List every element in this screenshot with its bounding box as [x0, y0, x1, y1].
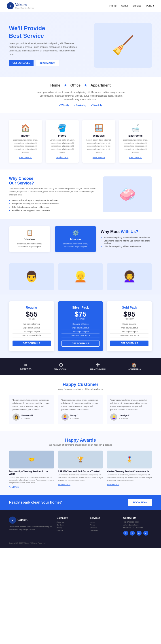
social-icon-t[interactable]: t	[130, 531, 135, 536]
plan-btn-2[interactable]: GET SCHEDULE	[110, 340, 148, 346]
footer-company: Company About UsServicesPricingContact	[56, 516, 86, 536]
nav-service[interactable]: Service	[132, 4, 142, 8]
tab-appartment[interactable]: Appartment	[90, 84, 111, 88]
nav-about[interactable]: About	[121, 4, 128, 8]
award-read-more-1[interactable]: Read More →	[58, 484, 70, 486]
social-icon-p[interactable]: p	[143, 531, 148, 536]
service-title-1: Floors	[48, 134, 76, 137]
mission-card-1: ⚙️ Mission Lorem ipsum dolor sit amet, c…	[55, 226, 96, 252]
logo[interactable]: V Vakum Clean Cleaning Service	[7, 2, 34, 10]
partner-name-1: BEXAGONAL	[54, 368, 68, 371]
social-icon-in[interactable]: in	[137, 531, 142, 536]
nav-home[interactable]: Home	[109, 4, 116, 8]
footer-company-link-3[interactable]: Contact	[56, 530, 86, 532]
plan-btn-0[interactable]: GET SCHEDULE	[12, 340, 51, 346]
plan-features-0: No home cleaningWipe down & scrubCleanin…	[12, 322, 51, 338]
testimonial-author-0: 👩 Kaneesa R. Customer	[12, 414, 51, 420]
plan-price-1: $75	[62, 310, 100, 318]
info-button[interactable]: INFORMATION	[36, 60, 59, 66]
award-title-2: Master Cleaning Service Choice Awards	[107, 470, 152, 473]
service-desc-0: Lorem ipsum dolor sit amet, consectetur …	[12, 139, 39, 154]
service-desc-1: Lorem ipsum dolor sit amet, consectetur …	[48, 139, 76, 154]
check-row: Weekly Bi-Weekly Monthly	[9, 104, 152, 106]
award-desc-1: Lorem ipsum dolor sit amet, consectetur …	[58, 474, 103, 482]
awards-grid: 🤝 Trustworthy Cleaning Services in the W…	[9, 450, 152, 488]
pricing-card-1: Silver Pack $75 Per Week Cleaning of hou…	[58, 301, 103, 351]
footer-service-link-0[interactable]: Indoor	[90, 521, 119, 523]
footer-company-link-2[interactable]: Pricing	[56, 527, 86, 529]
why-point-0: Instant online pricing – no requirement …	[9, 199, 96, 202]
awards-header: Happy Awards We has won of defending cha…	[9, 438, 152, 446]
footer-phone: +62 878 0000 0054	[123, 521, 152, 523]
tab-office[interactable]: Office	[70, 84, 80, 88]
service-desc-2: Lorem ipsum dolor sit amet, consectetur …	[85, 139, 113, 154]
logo-text: Vakum	[15, 3, 34, 7]
service-title-3: Bathrooms	[122, 134, 149, 137]
mission-right: Why Must With Us? Instant online pricing…	[100, 226, 152, 252]
author-role-2: Customer	[119, 418, 128, 420]
award-img-1: 🏆	[58, 450, 103, 468]
plan-price-2: $95	[110, 310, 148, 318]
team-card-0: 👨	[9, 263, 54, 290]
social-icon-f[interactable]: f	[123, 531, 128, 536]
read-more-1[interactable]: Read More →	[56, 156, 68, 158]
mission-point-2: Offer flat-rate pricing without hidden c…	[100, 245, 152, 248]
author-name-2: Jesslyn C.	[119, 414, 130, 417]
footer-company-link-0[interactable]: About Us	[56, 521, 86, 523]
testimonial-text-0: "Lorem ipsum dolor sit amet, consectetur…	[12, 398, 51, 412]
testimonials-section: Happy Customer Many Customers satisfied …	[0, 375, 161, 431]
tabs-section: Home ★ Office ★ Appartment Lorem ipsum d…	[0, 77, 161, 113]
award-card-1: 🏆 ASEAN Clean and Anti-Bactery Trusted L…	[58, 450, 103, 488]
read-more-3[interactable]: Read More →	[129, 156, 142, 158]
footer-service-link-1[interactable]: Floors	[90, 524, 119, 526]
pricing-card-0: Regular $55 Per Day No home cleaningWipe…	[9, 301, 54, 351]
feature-0-1: Wipe down & scrub	[12, 326, 51, 330]
partner-icon-3: 🏠	[128, 362, 141, 368]
plan-features-1: Cleaning of houseWipe down & scrubCleani…	[62, 322, 100, 338]
mission-title-0: Vission	[12, 238, 47, 241]
check-weekly: Weekly	[59, 104, 69, 106]
feature-2-3: Bathrooms and kitche	[110, 334, 148, 338]
footer-company-heading: Company	[56, 516, 86, 519]
read-more-2[interactable]: Read More →	[92, 156, 105, 158]
plan-name-1: Silver Pack	[62, 306, 100, 309]
testimonial-card-0: "Lorem ipsum dolor sit amet, consectetur…	[9, 395, 54, 424]
tab-home[interactable]: Home	[50, 84, 60, 88]
nav-page[interactable]: Page ▾	[146, 4, 154, 8]
award-card-2: 🎖️ Master Cleaning Service Choice Awards…	[107, 450, 152, 488]
footer-service-link-3[interactable]: Bathroom	[90, 530, 119, 532]
author-avatar-1: 👩‍🦰	[62, 414, 69, 420]
why-choose-section: Why Choose Our Service? Lorem ipsum dolo…	[0, 170, 161, 219]
service-card-bathrooms: 🛁 Bathrooms Lorem ipsum dolor sit amet, …	[119, 120, 152, 163]
feature-2-0: House cleaning	[110, 322, 148, 326]
award-read-more-2[interactable]: Read More →	[107, 484, 119, 486]
partner-logo-0: ∞INFINITIES	[20, 362, 32, 370]
footer-company-links: About UsServicesPricingContact	[56, 521, 86, 532]
schedule-button[interactable]: GET SCHEDULE	[9, 60, 34, 66]
team-card-1: 👱	[58, 263, 103, 290]
book-now-button[interactable]: BOOK NOW	[128, 499, 152, 506]
team-section: 👨👱👩‍🦱	[0, 259, 161, 294]
plan-btn-1[interactable]: GET SCHEDULE	[62, 340, 100, 346]
feature-0-3: Bathrooms and kitche	[12, 334, 51, 338]
footer-service-link-2[interactable]: Windows	[90, 527, 119, 529]
plan-period-1: Per Week	[62, 318, 100, 320]
footer-logo-icon: V	[9, 516, 16, 524]
footer-company-link-1[interactable]: Services	[56, 524, 86, 526]
nav-links: Home About Service Page ▾	[109, 4, 154, 8]
star-icon-2: ★	[84, 84, 87, 87]
hero-section: We'll Provide Best Service Lorem ipsum d…	[0, 12, 161, 77]
award-desc-2: Lorem ipsum dolor sit amet, consectetur …	[107, 474, 152, 482]
service-card-indoor: 🏠 Indoor Lorem ipsum dolor sit amet, con…	[9, 120, 42, 163]
awards-title: Happy Awards	[9, 438, 152, 443]
cta-text: Ready spark clean your home?	[9, 500, 62, 504]
author-name-0: Kaneesa R.	[22, 414, 34, 417]
award-card-0: 🤝 Trustworthy Cleaning Services in the W…	[9, 450, 54, 488]
testimonials-grid: "Lorem ipsum dolor sit amet, consectetur…	[9, 395, 152, 424]
author-role-1: Customer	[70, 418, 79, 420]
award-read-more-0[interactable]: Read More →	[9, 486, 22, 488]
service-icon-1: 🪣	[48, 124, 76, 132]
partner-logo-1: ⬡BEXAGONAL	[54, 362, 68, 371]
partner-name-3: HOUSETRIA	[128, 368, 141, 371]
read-more-0[interactable]: Read More →	[19, 156, 32, 158]
